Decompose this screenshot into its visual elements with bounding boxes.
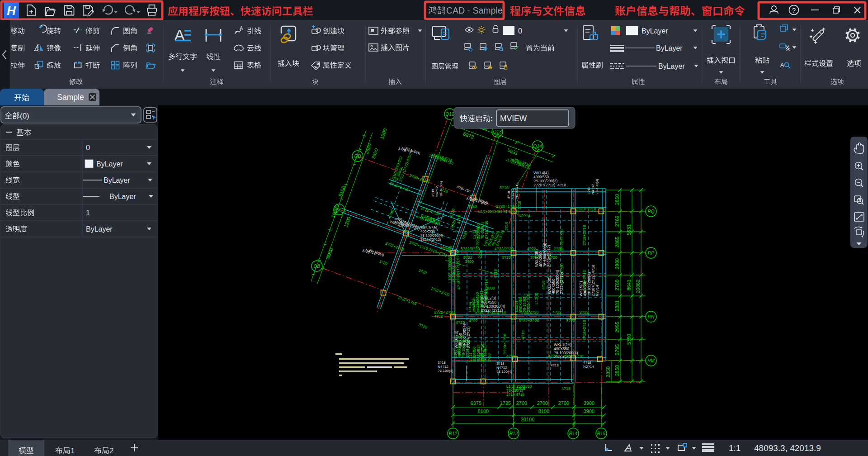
svg-text:?8-100(4): ?8-100(4) <box>438 369 453 373</box>
svg-text:N4?12: N4?12 <box>496 366 507 370</box>
svg-text:WKL3(4A): WKL3(4A) <box>420 225 437 229</box>
svg-text:Q14: Q14 <box>533 144 542 149</box>
svg-text:4?22: 4?22 <box>456 320 465 325</box>
svg-text:2?20+1?18: 2?20+1?18 <box>576 207 596 211</box>
svg-text:3000: 3000 <box>394 217 402 221</box>
svg-text:2?22+(2?12): 2?22+(2?12) <box>420 238 441 242</box>
svg-text:2?18: 2?18 <box>487 353 491 362</box>
svg-text:4?18: 4?18 <box>521 330 525 339</box>
svg-text:2700: 2700 <box>516 400 527 406</box>
svg-text:2?22+(2?12): 2?22+(2?12) <box>559 272 564 294</box>
svg-text:N4?12: N4?12 <box>511 188 515 199</box>
svg-text:3?16: 3?16 <box>500 185 509 190</box>
svg-text:3?16: 3?16 <box>431 189 435 197</box>
svg-text:2995: 2995 <box>614 322 620 332</box>
svg-text:3?18: 3?18 <box>517 201 522 209</box>
svg-text:3?18: 3?18 <box>496 361 505 366</box>
svg-text:2?22+(2?12): 2?22+(2?12) <box>547 245 551 267</box>
svg-text:R13: R13 <box>509 431 518 436</box>
svg-text:?: ? <box>792 6 796 14</box>
svg-text:2?20+2?18: 2?20+2?18 <box>503 333 507 354</box>
svg-text:400X550: 400X550 <box>420 229 435 233</box>
svg-text:2?20+(2?12): 4?18: 2?20+(2?12): 4?18 <box>533 183 566 187</box>
svg-text:4?22/2?20: 4?22/2?20 <box>495 247 514 251</box>
svg-text:2?20+1?18: 2?20+1?18 <box>496 204 516 209</box>
svg-text:5790: 5790 <box>626 334 632 345</box>
svg-text:2700: 2700 <box>537 400 548 406</box>
svg-text:2980: 2980 <box>614 258 620 269</box>
svg-text:?8-150(2): ?8-150(2) <box>476 296 480 312</box>
svg-text:2?14;3?16: 2?14;3?16 <box>480 344 485 362</box>
svg-text:4?22: 4?22 <box>552 310 561 314</box>
svg-text:RN: RN <box>648 314 655 319</box>
svg-text:2?20+(2?12): 2?20+(2?12) <box>554 355 576 359</box>
svg-text:20062: 20062 <box>635 280 641 294</box>
svg-text:ByLayer: ByLayer <box>109 193 136 200</box>
svg-text:4?18: 4?18 <box>516 386 525 391</box>
svg-text:2?22+(2?12): 2?22+(2?12) <box>481 308 503 313</box>
svg-text:ByLayer: ByLayer <box>86 225 113 233</box>
svg-text:QC: QC <box>336 207 343 212</box>
svg-text:2: 2 <box>109 446 113 455</box>
svg-text:Q12: Q12 <box>446 112 454 117</box>
svg-text:N2?14: N2?14 <box>519 214 531 218</box>
svg-text:3?18: 3?18 <box>587 186 591 195</box>
svg-text:4?18: 4?18 <box>551 363 559 367</box>
svg-text:?8-100(4): ?8-100(4) <box>496 370 512 374</box>
svg-text:1: 1 <box>71 446 75 455</box>
svg-text:2?18+2?16: 2?18+2?16 <box>582 225 587 245</box>
svg-text:ByLayer: ByLayer <box>96 160 123 168</box>
svg-text:RQ: RQ <box>648 209 655 214</box>
svg-text:2850: 2850 <box>614 365 620 376</box>
svg-text:2850: 2850 <box>614 194 620 205</box>
svg-text:4?22: 4?22 <box>469 318 478 323</box>
svg-text:2795: 2795 <box>614 344 620 355</box>
svg-text:2865: 2865 <box>614 237 620 247</box>
svg-text:L12(3): L12(3) <box>534 293 539 304</box>
svg-text:N2?14: N2?14 <box>595 285 599 296</box>
svg-text:4?18: 4?18 <box>561 386 571 391</box>
svg-text:2881: 2881 <box>614 300 620 311</box>
svg-text:RM: RM <box>647 358 655 363</box>
svg-text:3450: 3450 <box>465 259 474 264</box>
svg-text:N4?12: N4?12 <box>438 365 448 369</box>
svg-text:0: 0 <box>518 27 522 35</box>
svg-text:1:1: 1:1 <box>729 443 741 453</box>
svg-text:L11(4): L11(4) <box>468 302 472 312</box>
svg-text:R12: R12 <box>449 431 458 436</box>
svg-text:4?22: 4?22 <box>434 314 443 318</box>
svg-text:QB: QB <box>314 264 321 269</box>
svg-text:Q13: Q13 <box>493 129 502 134</box>
svg-text:1: 1 <box>86 209 90 217</box>
svg-text:L2(2) 250X450 ?8-150(2): L2(2) 250X450 ?8-150(2) <box>478 209 519 214</box>
svg-text:2?14;4?18: 2?14;4?18 <box>506 392 524 397</box>
svg-text:ByLayer: ByLayer <box>642 27 668 35</box>
svg-text:3?18: 3?18 <box>438 361 446 365</box>
svg-text:8100: 8100 <box>538 408 549 414</box>
svg-text:4?20: 4?20 <box>468 204 477 209</box>
svg-text:?8-100/200(4): ?8-100/200(4) <box>420 233 443 238</box>
svg-text:3?22+3?20: 3?22+3?20 <box>519 318 539 323</box>
svg-text:Sample: Sample <box>57 93 84 102</box>
svg-text:3?20: 3?20 <box>566 318 575 323</box>
svg-text:A: A <box>240 25 243 31</box>
svg-text:(0): (0) <box>20 112 29 120</box>
svg-text:0: 0 <box>86 144 90 152</box>
svg-text:3900: 3900 <box>584 400 594 406</box>
svg-text:2780: 2780 <box>614 280 620 290</box>
svg-text:R14: R14 <box>569 431 578 436</box>
svg-text:2?20;3?20: 2?20;3?20 <box>480 295 484 312</box>
svg-text:QD: QD <box>354 154 361 159</box>
svg-text:?8-100(4): ?8-100(4) <box>595 179 599 195</box>
svg-text:48093.3, 42013.9: 48093.3, 42013.9 <box>754 443 821 453</box>
svg-text:2?20+(1?12);5?18: 2?20+(1?12);5?18 <box>456 251 460 283</box>
svg-text:4?18: 4?18 <box>583 361 591 365</box>
svg-text:2?22: 2?22 <box>580 310 589 314</box>
svg-text:2850: 2850 <box>605 366 611 377</box>
svg-text:6375: 6375 <box>471 400 481 406</box>
svg-text:2?22+2?20: 2?22+2?20 <box>560 229 564 250</box>
svg-text:1725: 1725 <box>500 400 511 406</box>
svg-text:2766: 2766 <box>614 216 620 227</box>
svg-text:H: H <box>7 4 16 18</box>
svg-text:R15: R15 <box>597 431 606 436</box>
